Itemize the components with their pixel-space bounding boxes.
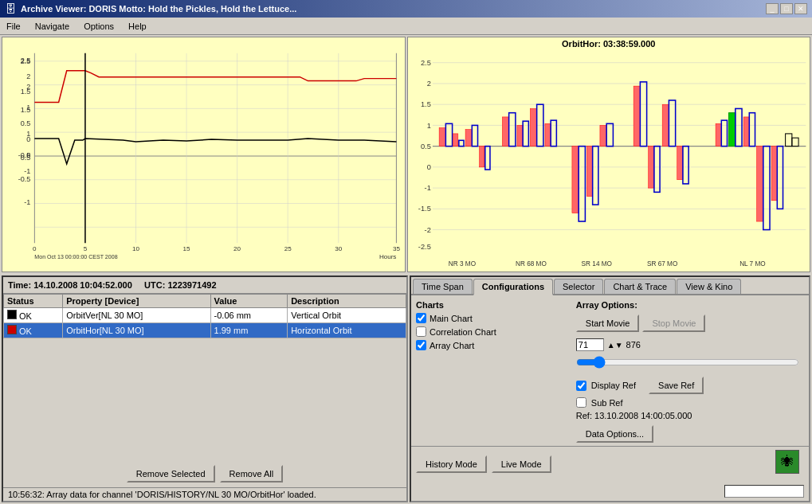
tab-chart-trace[interactable]: Chart & Trace bbox=[604, 279, 676, 294]
global-status bbox=[724, 485, 804, 498]
svg-text:1: 1 bbox=[26, 104, 30, 111]
history-mode-button[interactable]: History Mode bbox=[416, 455, 487, 473]
svg-text:SR 14 MO: SR 14 MO bbox=[581, 260, 612, 268]
row1-property: OrbitVer[NL 30 MO] bbox=[63, 308, 210, 323]
svg-text:2: 2 bbox=[26, 72, 30, 80]
right-chart-svg: 2.5 2 1.5 1 0.5 0 -1 -1.5 -2 -2.5 bbox=[408, 50, 810, 272]
row1-color-indicator bbox=[7, 310, 17, 319]
movie-buttons: Start Movie Stop Movie bbox=[576, 315, 804, 332]
svg-text:5: 5 bbox=[84, 245, 88, 252]
menu-navigate[interactable]: Navigate bbox=[32, 21, 73, 32]
svg-text:1.5: 1.5 bbox=[420, 100, 430, 108]
svg-text:Mon Oct 13 00:00:00 CEST 2008: Mon Oct 13 00:00:00 CEST 2008 bbox=[34, 254, 117, 259]
data-options-button[interactable]: Data Options... bbox=[576, 425, 653, 443]
svg-text:NR 68 MO: NR 68 MO bbox=[516, 260, 547, 268]
tab-time-span[interactable]: Time Span bbox=[413, 279, 473, 294]
svg-text:0.5: 0.5 bbox=[21, 119, 31, 127]
tab-configurations[interactable]: Configurations bbox=[473, 279, 553, 295]
svg-text:2.5: 2.5 bbox=[21, 57, 31, 64]
svg-rect-104 bbox=[756, 147, 763, 221]
display-ref-checkbox[interactable] bbox=[576, 381, 586, 391]
tab-view-kino[interactable]: View & Kino bbox=[677, 279, 741, 294]
main-chart-row: Main Chart bbox=[416, 313, 568, 323]
ref-section: Display Ref Save Ref Sub Ref Ref: 13.10.… bbox=[576, 377, 804, 420]
array-options-label: Array Options: bbox=[576, 300, 804, 310]
svg-text:-2: -2 bbox=[424, 226, 430, 234]
svg-rect-79 bbox=[544, 123, 550, 146]
svg-text:2: 2 bbox=[426, 80, 430, 88]
row1-value: -0.06 mm bbox=[210, 308, 288, 323]
main-chart-checkbox[interactable] bbox=[416, 313, 426, 323]
correlation-chart-label[interactable]: Correlation Chart bbox=[430, 327, 496, 337]
remove-selected-button[interactable]: Remove Selected bbox=[127, 465, 215, 483]
array-chart-label[interactable]: Array Chart bbox=[430, 341, 474, 350]
display-ref-row: Display Ref Save Ref bbox=[576, 377, 804, 394]
maximize-button[interactable]: □ bbox=[780, 3, 793, 14]
svg-text:15: 15 bbox=[183, 245, 191, 252]
table-row[interactable]: OK OrbitVer[NL 30 MO] -0.06 mm Vertical … bbox=[4, 308, 406, 323]
col-property: Property [Device] bbox=[63, 295, 210, 308]
status-message: 10:56:32: Array data for channel 'DORIS/… bbox=[8, 490, 316, 499]
spider-icon: 🕷 bbox=[775, 450, 799, 474]
svg-text:10: 10 bbox=[132, 245, 140, 252]
main-chart-label[interactable]: Main Chart bbox=[430, 314, 473, 323]
svg-rect-0 bbox=[2, 37, 405, 259]
start-movie-button[interactable]: Start Movie bbox=[576, 315, 640, 332]
stop-movie-button[interactable]: Stop Movie bbox=[642, 315, 705, 332]
col-status: Status bbox=[4, 295, 63, 308]
array-chart-checkbox[interactable] bbox=[416, 340, 426, 350]
col-value: Value bbox=[210, 295, 288, 308]
svg-text:0: 0 bbox=[33, 245, 37, 252]
svg-rect-82 bbox=[571, 147, 578, 213]
svg-rect-100 bbox=[728, 113, 735, 147]
svg-text:SR 67 MO: SR 67 MO bbox=[646, 260, 677, 268]
tab-selector[interactable]: Selector bbox=[554, 279, 603, 294]
utc-label: UTC: bbox=[144, 280, 165, 290]
svg-rect-91 bbox=[648, 147, 653, 188]
menu-help[interactable]: Help bbox=[125, 21, 150, 32]
frame-slider[interactable] bbox=[576, 356, 799, 369]
svg-text:0.5: 0.5 bbox=[420, 143, 430, 150]
menu-bar: File Navigate Options Help bbox=[0, 18, 812, 35]
table-row[interactable]: OK OrbitHor[NL 30 MO] 1.99 mm Horizontal… bbox=[4, 323, 406, 338]
row2-description: Horizontal Orbit bbox=[288, 323, 406, 338]
svg-text:1.5: 1.5 bbox=[21, 88, 31, 96]
svg-rect-93 bbox=[662, 104, 669, 146]
live-mode-button[interactable]: Live Mode bbox=[492, 455, 551, 473]
svg-text:-0.5: -0.5 bbox=[18, 175, 31, 183]
remove-all-button[interactable]: Remove All bbox=[220, 465, 284, 483]
svg-text:1: 1 bbox=[426, 121, 430, 129]
svg-text:-1.5: -1.5 bbox=[418, 205, 430, 213]
correlation-chart-checkbox[interactable] bbox=[416, 326, 426, 337]
svg-text:-1: -1 bbox=[24, 167, 30, 175]
row2-color-indicator bbox=[7, 325, 17, 334]
svg-text:2.5: 2.5 bbox=[420, 59, 430, 67]
time-label: Time: bbox=[8, 280, 31, 290]
left-panel: Time: 14.10.2008 10:04:52.000 UTC: 12239… bbox=[2, 275, 408, 502]
charts-area: 2.5 2 1.5 1 0.5 0 -0.5 -1 2.5 2 1.5 1 0.… bbox=[0, 35, 812, 274]
sub-ref-label[interactable]: Sub Ref bbox=[591, 398, 623, 408]
left-chart-panel: 2.5 2 1.5 1 0.5 0 -0.5 -1 2.5 2 1.5 1 0.… bbox=[2, 37, 406, 272]
menu-file[interactable]: File bbox=[3, 21, 24, 32]
right-chart-title: OrbitHor: 03:38:59.000 bbox=[408, 37, 810, 50]
display-ref-label[interactable]: Display Ref bbox=[591, 381, 636, 390]
row2-status: OK bbox=[19, 326, 32, 336]
time-value: 14.10.2008 10:04:52.000 bbox=[33, 280, 132, 290]
menu-options[interactable]: Options bbox=[80, 21, 117, 32]
correlation-chart-row: Correlation Chart bbox=[416, 326, 568, 337]
frame-spinner[interactable]: 71 bbox=[576, 338, 604, 351]
svg-rect-106 bbox=[771, 147, 777, 201]
save-ref-button[interactable]: Save Ref bbox=[649, 377, 704, 394]
close-button[interactable]: ✕ bbox=[794, 3, 807, 14]
svg-text:0: 0 bbox=[26, 135, 30, 143]
svg-rect-75 bbox=[516, 125, 522, 146]
window-title: Archive Viewer: DORIS Motto: Hold the Pi… bbox=[21, 4, 296, 14]
minimize-button[interactable]: _ bbox=[766, 3, 779, 14]
left-chart-svg: 2.5 2 1.5 1 0.5 0 -0.5 -1 2.5 2 1.5 1 0.… bbox=[2, 37, 405, 259]
sub-ref-checkbox[interactable] bbox=[576, 397, 586, 408]
svg-text:-0.5: -0.5 bbox=[18, 151, 31, 159]
charts-section: Charts Main Chart Correlation Chart Arra… bbox=[416, 300, 568, 443]
window-controls[interactable]: _ □ ✕ bbox=[766, 3, 807, 14]
tab-content: Charts Main Chart Correlation Chart Arra… bbox=[411, 295, 809, 446]
ref-info: Ref: 13.10.2008 14:00:05.000 bbox=[576, 411, 692, 420]
